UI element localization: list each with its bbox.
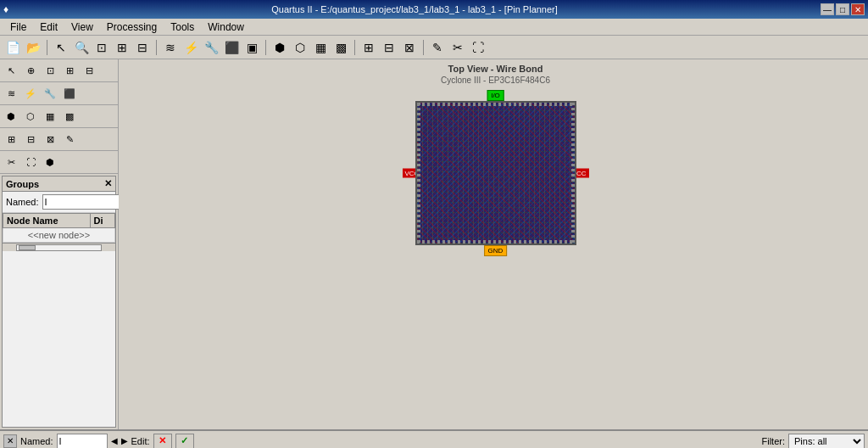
right-panel: Top View - Wire Bond Cyclone III - EP3C1… — [119, 59, 868, 429]
tb-zoom-sel-button[interactable]: ⊞ — [113, 38, 131, 57]
groups-new-node[interactable]: <<new node>> — [3, 228, 115, 243]
menu-file[interactable]: File — [3, 20, 33, 35]
chip-label-bottom: GND — [484, 245, 508, 256]
tb-new-button[interactable]: 📄 — [3, 38, 22, 57]
edit-cross-button[interactable]: ✕ — [153, 434, 172, 449]
chip-top-pins-strip — [417, 103, 575, 106]
menu-edit[interactable]: Edit — [33, 20, 64, 35]
left-tb-btn4[interactable]: ⊞ — [60, 61, 79, 80]
toolbar-separator-4 — [354, 40, 355, 55]
chip-bottom-pins-strip — [417, 240, 575, 244]
menu-tools[interactable]: Tools — [164, 20, 201, 35]
left-tb-btn8[interactable]: 🔧 — [41, 84, 59, 103]
left-tb-btn18[interactable]: ✂ — [2, 153, 20, 171]
tb-btn6[interactable]: ⬛ — [222, 38, 241, 57]
left-tb-btn2[interactable]: ⊕ — [21, 61, 40, 80]
tb-btn15[interactable]: ✎ — [428, 38, 447, 57]
left-tb-btn13[interactable]: ▩ — [60, 107, 79, 126]
left-tb-btn17[interactable]: ✎ — [60, 130, 79, 148]
arrow-right-icon: ▶ — [121, 436, 128, 445]
left-toolbar-row-1: ↖ ⊕ ⊡ ⊞ ⊟ — [0, 59, 118, 82]
filter-named-input[interactable] — [57, 434, 108, 449]
menu-processing[interactable]: Processing — [100, 20, 164, 35]
left-tb-btn16[interactable]: ⊠ — [41, 130, 59, 148]
tb-btn4[interactable]: ⚡ — [181, 38, 200, 57]
left-toolbar-row-5: ✂ ⛶ ⬢ — [0, 151, 118, 174]
groups-title: Groups — [6, 179, 39, 189]
chip-view: Top View - Wire Bond Cyclone III - EP3C1… — [127, 64, 864, 425]
tb-zoom-in-button[interactable]: 🔍 — [72, 38, 91, 57]
groups-col-di: Di — [90, 214, 115, 228]
close-button[interactable]: ✕ — [851, 3, 865, 15]
tb-btn17[interactable]: ⛶ — [469, 38, 487, 57]
left-panel: ↖ ⊕ ⊡ ⊞ ⊟ ≋ ⚡ 🔧 ⬛ ⬢ ⬡ ▦ ▩ ⊞ ⊟ ⊠ ✎ ✂ ⛶ ⬢ — [0, 59, 119, 429]
left-toolbar-row-2: ≋ ⚡ 🔧 ⬛ — [0, 82, 118, 105]
minimize-button[interactable]: — — [821, 3, 834, 15]
tb-btn11[interactable]: ▩ — [331, 38, 350, 57]
chip-left-pins-strip — [417, 103, 420, 244]
tb-btn5[interactable]: 🔧 — [202, 38, 220, 57]
left-tb-btn7[interactable]: ⚡ — [21, 84, 40, 103]
menu-window[interactable]: Window — [201, 20, 251, 35]
groups-table: Node Name Di <<new node>> — [3, 213, 115, 243]
tb-btn13[interactable]: ⊟ — [380, 38, 398, 57]
tb-zoom-full-button[interactable]: ⊟ — [133, 38, 152, 57]
left-tb-btn12[interactable]: ▦ — [41, 107, 59, 126]
left-tb-btn1[interactable]: ↖ — [2, 61, 20, 80]
toolbar: 📄 📂 ↖ 🔍 ⊡ ⊞ ⊟ ≋ ⚡ 🔧 ⬛ ▣ ⬢ ⬡ ▦ ▩ ⊞ ⊟ ⊠ ✎ … — [0, 36, 868, 59]
groups-scroll-track[interactable] — [16, 244, 102, 251]
filter-select[interactable]: Pins: all Pins: used Pins: unused — [788, 434, 865, 449]
toolbar-separator-2 — [156, 40, 157, 55]
main-content: ↖ ⊕ ⊡ ⊞ ⊟ ≋ ⚡ 🔧 ⬛ ⬢ ⬡ ▦ ▩ ⊞ ⊟ ⊠ ✎ ✂ ⛶ ⬢ — [0, 59, 868, 429]
arrow-left-icon: ◀ — [111, 436, 118, 445]
tb-btn3[interactable]: ≋ — [161, 38, 180, 57]
tb-btn7[interactable]: ▣ — [242, 38, 261, 57]
filter-label: Filter: — [762, 436, 786, 446]
filter-close-button[interactable]: ✕ — [3, 434, 17, 448]
toolbar-separator-5 — [423, 40, 424, 55]
groups-close-button[interactable]: ✕ — [104, 178, 112, 189]
left-tb-btn6[interactable]: ≋ — [2, 84, 20, 103]
left-tb-btn3[interactable]: ⊡ — [41, 61, 59, 80]
groups-col-nodename: Node Name — [3, 214, 91, 228]
tb-cursor-button[interactable]: ↖ — [52, 38, 70, 57]
tb-btn14[interactable]: ⊠ — [400, 38, 419, 57]
title-bar-controls: — □ ✕ — [821, 3, 865, 15]
chip-view-subtitle: Cyclone III - EP3C16F484C6 — [127, 76, 864, 85]
chip-wrapper: I/O GND VCC VCC — [403, 88, 589, 258]
tb-btn16[interactable]: ✂ — [448, 38, 467, 57]
title-bar: ♦ Quartus II - E:/quantus_project/lab3_1… — [0, 0, 868, 19]
left-tb-btn19[interactable]: ⛶ — [21, 153, 40, 171]
left-tb-btn14[interactable]: ⊞ — [2, 130, 20, 148]
tb-btn10[interactable]: ▦ — [311, 38, 330, 57]
groups-scroll-thumb[interactable] — [19, 245, 36, 250]
chip-container: I/O GND VCC VCC — [127, 88, 864, 258]
tb-zoom-fit-button[interactable]: ⊡ — [92, 38, 111, 57]
left-tb-btn9[interactable]: ⬛ — [60, 84, 79, 103]
chip-body — [415, 101, 576, 245]
tb-open-button[interactable]: 📂 — [24, 38, 42, 57]
left-tb-btn11[interactable]: ⬡ — [21, 107, 40, 126]
groups-scrollbar[interactable] — [3, 243, 115, 251]
filter-bar: ✕ Named: ◀ ▶ Edit: ✕ ✓ Filter: Pins: all… — [0, 431, 868, 448]
left-tb-btn15[interactable]: ⊟ — [21, 130, 40, 148]
bottom-section: ✕ Named: ◀ ▶ Edit: ✕ ✓ Filter: Pins: all… — [0, 429, 868, 448]
chip-right-pins-strip — [571, 103, 575, 244]
left-tb-btn20[interactable]: ⬢ — [41, 153, 59, 171]
tb-btn8[interactable]: ⬢ — [270, 38, 289, 57]
left-tb-btn5[interactable]: ⊟ — [80, 61, 98, 80]
left-tb-btn10[interactable]: ⬢ — [2, 107, 20, 126]
chip-label-top: I/O — [487, 90, 504, 101]
groups-named-row: Named: ▼ — [3, 192, 115, 213]
tb-btn12[interactable]: ⊞ — [359, 38, 378, 57]
groups-header: Groups ✕ — [3, 176, 115, 192]
left-toolbar-row-4: ⊞ ⊟ ⊠ ✎ — [0, 128, 118, 151]
edit-check-button[interactable]: ✓ — [175, 434, 194, 449]
maximize-button[interactable]: □ — [836, 3, 849, 15]
filter-right: Filter: Pins: all Pins: used Pins: unuse… — [762, 434, 865, 449]
filter-edit-label: Edit: — [131, 436, 150, 446]
menu-view[interactable]: View — [64, 20, 100, 35]
tb-btn9[interactable]: ⬡ — [291, 38, 309, 57]
left-toolbar-row-3: ⬢ ⬡ ▦ ▩ — [0, 105, 118, 128]
menu-bar: File Edit View Processing Tools Window — [0, 19, 868, 36]
